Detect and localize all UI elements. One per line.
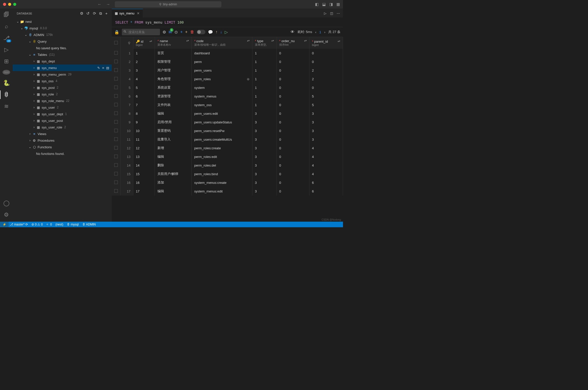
tab-sys-menu[interactable]: ▦ sys_menu ✕	[112, 9, 143, 18]
table-row[interactable]: 1111批量导入perm_users:createMultUs303	[112, 135, 343, 144]
table-row[interactable]: 1616添加system_menus:create306	[112, 178, 343, 187]
status-db-context[interactable]: (nest)	[55, 223, 63, 226]
tree-procedures[interactable]: ›⚙ Procedures	[13, 137, 112, 144]
result-search-input[interactable]	[122, 29, 160, 35]
row-checkbox[interactable]	[114, 94, 118, 98]
gear-icon[interactable]: ⚙	[162, 30, 166, 35]
status-server[interactable]: 🛢 mysql	[67, 223, 79, 226]
collapse-icon[interactable]: ⧉	[99, 11, 102, 16]
eye-icon[interactable]: 👁	[290, 30, 295, 34]
panel-right-icon[interactable]: ◨	[329, 2, 333, 7]
table-item-sys_dept[interactable]: ›▦sys_dept	[13, 58, 112, 64]
sql-editor[interactable]: SELECT * FROM sys_menu LIMIT 100	[112, 18, 343, 27]
lock-icon[interactable]: 🔒	[114, 30, 119, 35]
delete-row-icon[interactable]: 🗑	[190, 30, 194, 34]
table-row[interactable]: 99启用/禁用perm_users:updateStatus303	[112, 118, 343, 126]
row-checkbox[interactable]	[114, 181, 118, 184]
row-checkbox[interactable]	[114, 68, 118, 72]
tree-tables[interactable]: ⌄≡ Tables (11)	[13, 51, 112, 58]
table-item-sys_post[interactable]: ›▦sys_post2	[13, 84, 112, 91]
result-table-wrap[interactable]: ⚲ 🔑 id▴▾bigint* name▴▾菜单名称/v* code▴▾菜单/按…	[112, 37, 343, 222]
table-item-sys_role[interactable]: ›▦sys_role2	[13, 91, 112, 98]
table-item-sys_user_post[interactable]: ›▦sys_user_post	[13, 117, 112, 124]
col-code[interactable]: * code▴▾菜单/按钮唯一标识，由前	[191, 37, 252, 49]
remote-indicator[interactable]: ⚡	[0, 222, 9, 227]
table-row[interactable]: 22权限管理perm100	[112, 57, 343, 66]
mail-icon[interactable]: ✉1	[169, 30, 172, 35]
github-icon[interactable]: ⊙	[174, 30, 178, 35]
row-checkbox[interactable]	[114, 60, 118, 63]
add-row-icon[interactable]: +	[180, 30, 183, 34]
comment-icon[interactable]: 💬	[208, 30, 213, 35]
list-icon[interactable]: ≡	[102, 66, 104, 70]
row-checkbox[interactable]	[114, 189, 118, 193]
nav-forward-icon[interactable]: →	[106, 2, 110, 7]
tree-db[interactable]: ⌄🛢 ADMIN 176k	[13, 31, 112, 38]
row-checkbox[interactable]	[114, 120, 118, 124]
table-row[interactable]: 1515关联用户/解绑perm_roles:bind304	[112, 170, 343, 178]
next-page-icon[interactable]: ›	[324, 30, 325, 34]
nav-back-icon[interactable]: ←	[97, 2, 102, 7]
table-row[interactable]: 88编辑perm_users:edit303	[112, 109, 343, 118]
settings-gear-icon[interactable]: ⚙	[4, 212, 9, 218]
command-center[interactable]: ⚲ tiny-admin	[115, 1, 221, 7]
tree-functions[interactable]: ⌄⬡ Functions	[13, 144, 112, 150]
table-row[interactable]: 1717编辑system_menus:edit306	[112, 187, 343, 196]
port-indicator[interactable]: ᯤ 0	[46, 223, 52, 226]
table-row[interactable]: 33用户管理perm_users102	[112, 66, 343, 75]
select-all-header[interactable]	[112, 37, 121, 49]
panel-left-icon[interactable]: ◧	[315, 2, 319, 7]
settings-icon[interactable]: ⚙	[80, 11, 84, 16]
table-row[interactable]: 1313编辑perm_roles:edit304	[112, 152, 343, 161]
open-icon[interactable]: ▤	[106, 66, 109, 70]
table-item-sys_menu_perm[interactable]: ›▦sys_menu_perm29	[13, 71, 112, 78]
table-item-sys_user[interactable]: ›▦sys_user2	[13, 104, 112, 111]
close-tab-icon[interactable]: ✕	[137, 11, 140, 15]
arrow-down-icon[interactable]: ↓	[220, 30, 222, 34]
add-row-alt-icon[interactable]: +	[185, 30, 187, 34]
row-checkbox[interactable]	[114, 129, 118, 132]
table-row[interactable]: 44角色管理perm_roles ⊕102	[112, 75, 343, 83]
source-control-icon[interactable]: ⎇24	[3, 35, 10, 41]
account-icon[interactable]: ◯	[3, 200, 10, 206]
tree-server[interactable]: ⌄🐬 mysql 8.3.0	[13, 25, 112, 31]
table-row[interactable]: 66资源管理system_menus105	[112, 92, 343, 101]
table-row[interactable]: 1010重置密码perm_users:resetPw303	[112, 126, 343, 135]
tree-root[interactable]: ⌄📁 nest	[13, 18, 112, 25]
refresh-icon[interactable]: ⟳	[93, 11, 96, 16]
table-item-sys_user_dept[interactable]: ›▦sys_user_dept1	[13, 111, 112, 117]
row-checkbox[interactable]	[114, 103, 118, 106]
fullscreen-window-button[interactable]	[13, 3, 16, 6]
table-item-sys_menu[interactable]: ›▦sys_menu✎≡▤	[13, 64, 112, 71]
minimize-window-button[interactable]	[8, 3, 11, 6]
row-checkbox[interactable]	[114, 86, 118, 89]
panel-bottom-icon[interactable]: ⬓	[322, 2, 326, 7]
add-icon[interactable]: +	[105, 11, 108, 16]
split-editor-icon[interactable]: ◫	[330, 11, 333, 15]
python-icon[interactable]: 🐍	[3, 80, 10, 86]
row-checkbox[interactable]	[114, 137, 118, 141]
explorer-icon[interactable]: 🗐	[4, 11, 9, 18]
run-icon[interactable]: ▷	[324, 11, 326, 15]
row-checkbox[interactable]	[114, 51, 118, 55]
history-icon[interactable]: ↺	[86, 11, 90, 16]
table-row[interactable]: 55系统设置system100	[112, 83, 343, 92]
table-row[interactable]: 1414删除perm_roles:del304	[112, 161, 343, 170]
table-row[interactable]: 11首页dashboard100	[112, 49, 343, 57]
col-type[interactable]: * type▴▾菜单类型,	[252, 37, 276, 49]
table-item-sys_role_menu[interactable]: ›▦sys_role_menu22	[13, 98, 112, 104]
json-icon[interactable]: Json	[3, 70, 10, 75]
table-row[interactable]: 1212新增perm_roles:create304	[112, 144, 343, 152]
arrow-up-icon[interactable]: ↑	[216, 30, 218, 34]
database-icon[interactable]: 🛢	[4, 91, 9, 98]
edit-icon[interactable]: ✎	[97, 66, 100, 70]
extensions-icon[interactable]: ⊞	[4, 58, 9, 65]
debug-icon[interactable]: ▷	[4, 46, 9, 53]
more-icon[interactable]: ⋯	[337, 11, 340, 15]
table-item-sys_user_role[interactable]: ›▦sys_user_role2	[13, 124, 112, 131]
col-name[interactable]: * name▴▾菜单名称/v	[155, 37, 191, 49]
row-checkbox[interactable]	[114, 77, 118, 80]
close-window-button[interactable]	[3, 3, 6, 6]
table-item-sys_oss[interactable]: ›▦sys_oss4	[13, 78, 112, 84]
tree-query[interactable]: ⌄🛢 Query	[13, 38, 112, 45]
